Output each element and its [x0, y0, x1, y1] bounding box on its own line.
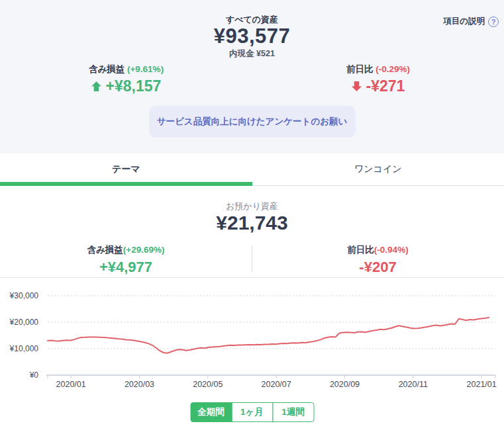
account-amount: ¥21,743	[0, 212, 504, 234]
account-pl-block: 含み損益(+29.69%) +¥4,977	[0, 244, 252, 276]
tab-theme[interactable]: テーマ	[0, 153, 252, 185]
account-day-change-label: 前日比(-0.94%)	[252, 244, 504, 256]
arrow-up-icon	[91, 81, 101, 91]
header-section: 項目の説明 ? すべての資産 ¥93,577 内現金 ¥521 含み損益 (+9…	[0, 0, 504, 153]
period-button-1month[interactable]: 1ヶ月	[231, 402, 273, 422]
unrealized-pl-label: 含み損益 (+9.61%)	[0, 64, 252, 75]
y-tick-label: ¥10,000	[9, 344, 39, 353]
tab-one-coin[interactable]: ワンコイン	[252, 153, 504, 185]
x-tick-label: 2020/03	[125, 380, 154, 389]
day-change-block: 前日比 (-0.29%) -¥271	[252, 64, 504, 95]
x-tick-label: 2020/09	[330, 380, 360, 389]
account-day-change-block: 前日比(-0.94%) -¥207	[252, 244, 504, 276]
account-day-change-value: -¥207	[252, 259, 504, 276]
section-divider	[0, 277, 504, 278]
day-change-value-row: -¥271	[252, 77, 504, 95]
unrealized-pl-block: 含み損益 (+9.61%) +¥8,157	[0, 64, 252, 95]
x-tick-label: 2021/01	[467, 380, 497, 389]
y-tick-label: ¥0	[29, 371, 39, 380]
account-pl-value: +¥4,977	[0, 259, 252, 276]
unrealized-pl-label-text: 含み損益	[89, 64, 125, 74]
x-tick-label: 2020/05	[193, 380, 223, 389]
cash-subtotal: 内現金 ¥521	[0, 48, 504, 60]
account-pl-label-text: 含み損益	[87, 245, 123, 255]
account-pl-label: 含み損益(+29.69%)	[0, 244, 252, 256]
total-assets: ¥93,577	[0, 24, 504, 48]
unrealized-pl-value: +¥8,157	[106, 77, 162, 95]
stats-vertical-divider	[252, 245, 252, 272]
day-change-percent: (-0.29%)	[376, 64, 410, 74]
asset-dashboard: 項目の説明 ? すべての資産 ¥93,577 内現金 ¥521 含み損益 (+9…	[0, 0, 504, 436]
account-day-change-label-text: 前日比	[347, 245, 374, 255]
period-selector: 全期間 1ヶ月 1週間	[190, 402, 314, 422]
account-pl-percent: (+29.69%)	[123, 245, 165, 255]
y-tick-label: ¥30,000	[9, 291, 39, 300]
arrow-down-icon	[352, 81, 362, 91]
x-tick-label: 2020/11	[399, 380, 428, 389]
chart-line	[48, 318, 489, 353]
active-tab-indicator	[0, 182, 252, 186]
day-change-label: 前日比 (-0.29%)	[252, 64, 504, 75]
period-button-1week[interactable]: 1週間	[272, 402, 314, 422]
period-button-all[interactable]: 全期間	[190, 402, 232, 422]
day-change-label-text: 前日比	[346, 64, 374, 74]
tab-bar: テーマ ワンコイン	[0, 153, 504, 186]
account-day-change-percent: (-0.94%)	[374, 245, 409, 255]
unrealized-pl-percent: (+9.61%)	[127, 64, 164, 74]
unrealized-pl-value-row: +¥8,157	[0, 77, 252, 95]
x-tick-label: 2020/01	[56, 380, 86, 389]
survey-banner[interactable]: サービス品質向上に向けたアンケートのお願い	[149, 106, 356, 138]
asset-history-chart: ¥0¥10,000¥20,000¥30,0002020/012020/03202…	[0, 286, 504, 393]
x-tick-label: 2020/07	[262, 380, 291, 389]
y-tick-label: ¥20,000	[9, 318, 39, 327]
account-label: お預かり資産	[0, 200, 504, 212]
day-change-value: -¥271	[366, 77, 405, 95]
